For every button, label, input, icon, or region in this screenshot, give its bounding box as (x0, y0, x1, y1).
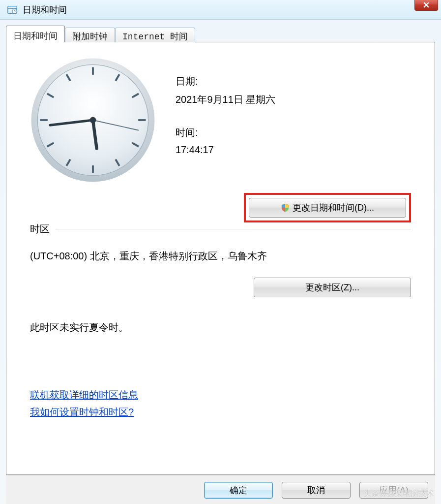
datetime-info: 日期: 2021年9月11日 星期六 时间: 17:44:17 (176, 57, 411, 183)
change-datetime-label: 更改日期和时间(D)... (293, 202, 374, 214)
titlebar: 日期和时间 (0, 0, 441, 20)
help-links: 联机获取详细的时区信息 我如何设置时钟和时区? (30, 388, 411, 423)
divider (56, 229, 411, 229)
cancel-button[interactable]: 取消 (282, 482, 351, 499)
timezone-header: 时区 (30, 222, 50, 236)
dialog-buttons: 确定 取消 应用(A) (6, 475, 435, 504)
tab-datetime[interactable]: 日期和时间 (6, 26, 65, 42)
datetime-panel: 日期: 2021年9月11日 星期六 时间: 17:44:17 (6, 42, 435, 475)
date-value: 2021年9月11日 星期六 (176, 93, 411, 106)
svg-point-22 (90, 117, 96, 124)
change-datetime-button[interactable]: 更改日期和时间(D)... (249, 198, 406, 218)
ok-button[interactable]: 确定 (204, 482, 273, 499)
link-howto-set-clock[interactable]: 我如何设置时钟和时区? (30, 406, 134, 419)
shield-icon (281, 203, 290, 212)
dst-note: 此时区未实行夏令时。 (30, 321, 411, 334)
link-online-timezone-info[interactable]: 联机获取详细的时区信息 (30, 388, 138, 402)
change-timezone-button[interactable]: 更改时区(Z)... (254, 278, 411, 297)
analog-clock (30, 57, 156, 183)
close-button[interactable] (414, 0, 438, 11)
timezone-value: (UTC+08:00) 北京，重庆，香港特别行政区，乌鲁木齐 (30, 250, 411, 263)
time-label: 时间: (176, 126, 411, 139)
tab-additional-clocks[interactable]: 附加时钟 (65, 28, 115, 42)
datetime-icon (7, 4, 18, 15)
highlight-annotation: 更改日期和时间(D)... (244, 193, 411, 222)
tab-internet-time[interactable]: Internet 时间 (115, 28, 195, 42)
tabstrip: 日期和时间 附加时钟 Internet 时间 (6, 26, 435, 42)
window-body: 日期和时间 附加时钟 Internet 时间 (0, 20, 441, 504)
apply-button[interactable]: 应用(A) (359, 482, 428, 499)
time-value: 17:44:17 (176, 144, 411, 156)
date-label: 日期: (176, 75, 411, 88)
window-title: 日期和时间 (23, 4, 67, 16)
change-timezone-label: 更改时区(Z)... (305, 282, 359, 293)
